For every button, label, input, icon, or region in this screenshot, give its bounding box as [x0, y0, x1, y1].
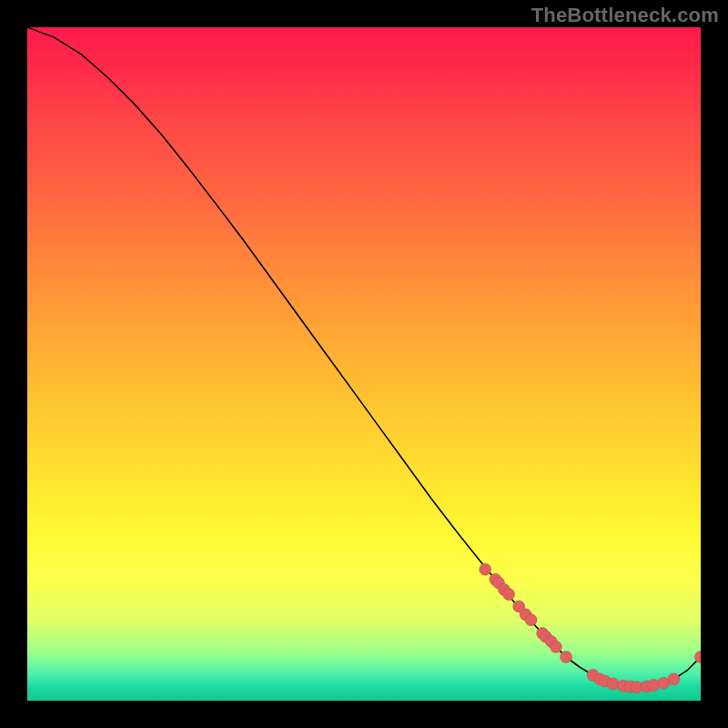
watermark-text: TheBottleneck.com	[531, 4, 719, 27]
curve-path	[27, 27, 701, 687]
bottleneck-curve	[27, 27, 701, 687]
data-point	[503, 589, 515, 601]
data-point	[668, 673, 680, 685]
chart-container: TheBottleneck.com	[0, 0, 728, 728]
data-points	[480, 563, 701, 693]
data-point	[607, 678, 619, 690]
data-point	[648, 679, 660, 691]
data-point	[480, 563, 491, 575]
chart-overlay-svg	[27, 27, 701, 701]
data-point	[561, 651, 572, 662]
data-point	[525, 614, 537, 626]
data-point	[550, 641, 561, 652]
plot-area	[27, 27, 701, 701]
